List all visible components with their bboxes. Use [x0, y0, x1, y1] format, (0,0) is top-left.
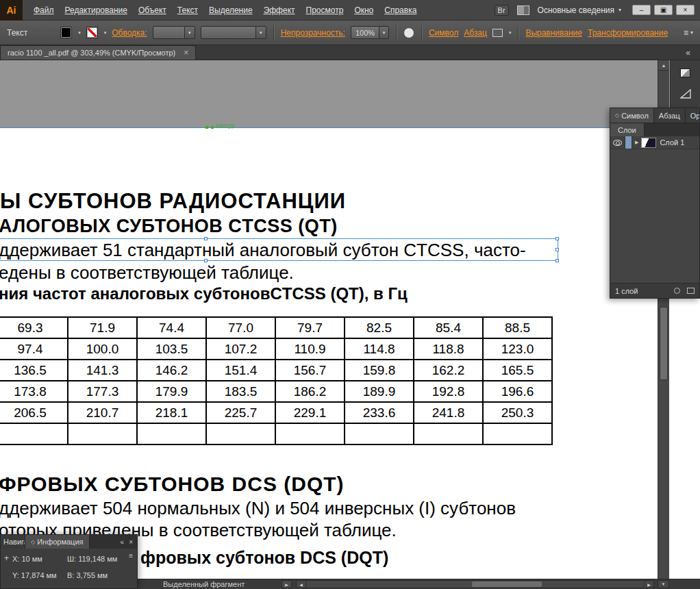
divider	[396, 25, 397, 40]
chevron-down-icon: ▾	[255, 27, 266, 38]
table-row: 97.4100.0103.5107.2110.9114.8118.8123.0	[0, 338, 552, 360]
selection-handle[interactable]	[555, 259, 559, 262]
status-menu-arrow[interactable]: ▶	[282, 580, 292, 588]
layer-name[interactable]: Слой 1	[660, 138, 684, 147]
table-cell: 97.4	[0, 338, 68, 360]
menu-item[interactable]: Редактирование	[60, 5, 133, 15]
table-cell: 250.3	[483, 402, 552, 423]
character-panel-link[interactable]: Символ	[429, 28, 458, 38]
disclosure-triangle-icon[interactable]: ▶	[635, 140, 638, 145]
panel-tab[interactable]: ◇Символ	[610, 108, 654, 123]
info-panel-menu-icon[interactable]: ≡	[129, 552, 133, 560]
layer-row[interactable]: ▶ Слой 1	[610, 136, 699, 149]
layer-count-label: 1 слой	[615, 287, 638, 295]
chevron-down-icon[interactable]: ▾	[509, 30, 512, 36]
document-canvas[interactable]: контур Ы СУБТОНОВ РАДИОСТАНЦИИ АЛОГОВЫХ …	[0, 60, 700, 579]
close-button[interactable]: ×	[676, 5, 695, 15]
opacity-link[interactable]: Непрозрачность:	[281, 28, 345, 38]
table-row: 206.5210.7218.1225.7229.1233.6241.8250.3	[0, 402, 552, 423]
divider	[518, 25, 518, 40]
tab-info[interactable]: ◇ Информация	[25, 535, 90, 549]
menu-item[interactable]: Текст	[172, 5, 203, 15]
document-tab[interactable]: racio 1100 _all.pdf @ 303,49% (CMYK/Прос…	[0, 45, 196, 60]
menu-item[interactable]: Объект	[133, 5, 172, 15]
scroll-down-icon[interactable]: ▼	[658, 580, 669, 588]
table-caption[interactable]: ния частот аналоговых субтоновCTCSS (QT)…	[0, 284, 408, 303]
document-heading-3[interactable]: ФРОВЫХ СУБТОНОВ DCS (DQT)	[0, 473, 345, 496]
tab-navigator[interactable]: Навигатор	[1, 535, 25, 549]
stroke-color-swatch[interactable]	[86, 27, 98, 38]
fill-color-swatch[interactable]	[60, 27, 72, 38]
bridge-button[interactable]: Br	[495, 5, 509, 16]
selection-handle[interactable]	[204, 259, 208, 262]
menu-item[interactable]: Файл	[28, 5, 60, 15]
collapse-panel-icon[interactable]: «	[121, 538, 125, 546]
collapsed-panel-dock	[670, 60, 700, 108]
locate-object-icon[interactable]	[674, 288, 680, 294]
selection-handle[interactable]	[555, 248, 559, 251]
table-cell: 74.4	[137, 317, 206, 338]
chevron-down-icon[interactable]: ▾	[104, 30, 107, 36]
variable-width-profile-dropdown[interactable]: ▾	[201, 26, 266, 39]
menu-item[interactable]: Справка	[379, 5, 422, 15]
close-icon[interactable]: ×	[184, 49, 188, 57]
table-cell: 218.1	[137, 402, 206, 423]
character-styles-icon[interactable]	[492, 29, 503, 37]
eye-icon	[613, 140, 622, 146]
panel-tab[interactable]: Ope	[686, 108, 700, 123]
tab-layers[interactable]: Слои	[610, 123, 645, 136]
layers-list[interactable]: ▶ Слой 1	[610, 136, 699, 283]
chevron-down-icon: ▾	[690, 29, 693, 36]
shape-mode-icon[interactable]	[403, 27, 414, 38]
stroke-link[interactable]: Обводка:	[112, 28, 147, 38]
horizontal-scrollbar-thumb[interactable]	[472, 581, 542, 587]
panel-tab[interactable]: Абзац	[654, 108, 686, 123]
document-heading-2[interactable]: АЛОГОВЫХ СУБТОНОВ CTCSS (QT)	[0, 216, 338, 237]
table-cell: 189.9	[345, 381, 414, 402]
chevron-down-icon[interactable]: ▾	[78, 30, 81, 36]
collapse-dock-icon[interactable]: «	[686, 48, 690, 58]
dcs-table-caption[interactable]: фровых субтонов DCS (DQT)	[140, 548, 388, 568]
selection-handle[interactable]	[555, 237, 559, 240]
layers-tab-bar: Слои	[610, 123, 699, 136]
align-panel-link[interactable]: Выравнивание	[525, 28, 582, 38]
workspace-switcher[interactable]: Основные сведения ▾	[538, 5, 621, 15]
dock-swatch-panel-icon[interactable]	[677, 65, 695, 80]
layer-thumbnail[interactable]	[641, 138, 656, 148]
paragraph-line[interactable]: ддерживает 504 нормальных (N) и 504 инве…	[0, 498, 516, 519]
panel-collapse-icon: ◇	[615, 112, 619, 118]
stroke-weight-dropdown[interactable]: ▾	[153, 26, 195, 39]
layer-visibility-toggle[interactable]	[610, 136, 625, 149]
menu-item[interactable]: Окно	[349, 5, 379, 15]
document-heading-1[interactable]: Ы СУБТОНОВ РАДИОСТАНЦИИ	[0, 189, 346, 214]
horizontal-scrollbar[interactable]: ◀ ▶	[296, 580, 654, 588]
anchor-point[interactable]	[211, 126, 214, 129]
scroll-right-icon[interactable]: ▶	[644, 581, 653, 588]
scroll-up-icon[interactable]: ▲	[658, 60, 669, 71]
menu-item[interactable]: Эффект	[258, 5, 301, 15]
status-selection-label: Выделенный фрагмент	[163, 580, 245, 588]
arrange-documents-icon[interactable]	[517, 5, 529, 15]
minimize-button[interactable]: –	[632, 5, 651, 15]
restore-button[interactable]: ▣	[654, 5, 673, 15]
selection-handle[interactable]	[204, 237, 208, 240]
vertical-scrollbar-thumb[interactable]	[660, 307, 668, 380]
close-icon[interactable]: ×	[129, 538, 133, 546]
paragraph-panel-link[interactable]: Абзац	[464, 28, 487, 38]
menu-item[interactable]: Выделение	[203, 5, 258, 15]
info-width: Ш: 119,148 мм	[67, 555, 117, 563]
opacity-dropdown[interactable]: 100% ▾	[351, 26, 389, 39]
control-panel-menu-button[interactable]: ≡ ▾	[684, 28, 693, 38]
ctcss-frequency-table[interactable]: 69.371.974.477.079.782.585.488.597.4100.…	[0, 316, 553, 445]
paragraph-line[interactable]: едены в соответствующей таблице.	[0, 262, 294, 284]
table-cell: 107.2	[206, 338, 275, 360]
transform-panel-link[interactable]: Трансформирование	[588, 28, 668, 38]
menu-item[interactable]: Просмотр	[301, 5, 349, 15]
anchor-point[interactable]	[205, 126, 208, 129]
app-logo-icon: Ai	[0, 0, 23, 21]
menu-bar: Ai ФайлРедактированиеОбъектТекстВыделени…	[0, 0, 700, 21]
dock-triangle-panel-icon[interactable]	[677, 86, 695, 101]
paragraph-line[interactable]: ддерживает 51 стандартный аналоговый суб…	[0, 240, 526, 261]
scroll-left-icon[interactable]: ◀	[297, 581, 306, 588]
new-layer-icon[interactable]	[687, 288, 695, 294]
